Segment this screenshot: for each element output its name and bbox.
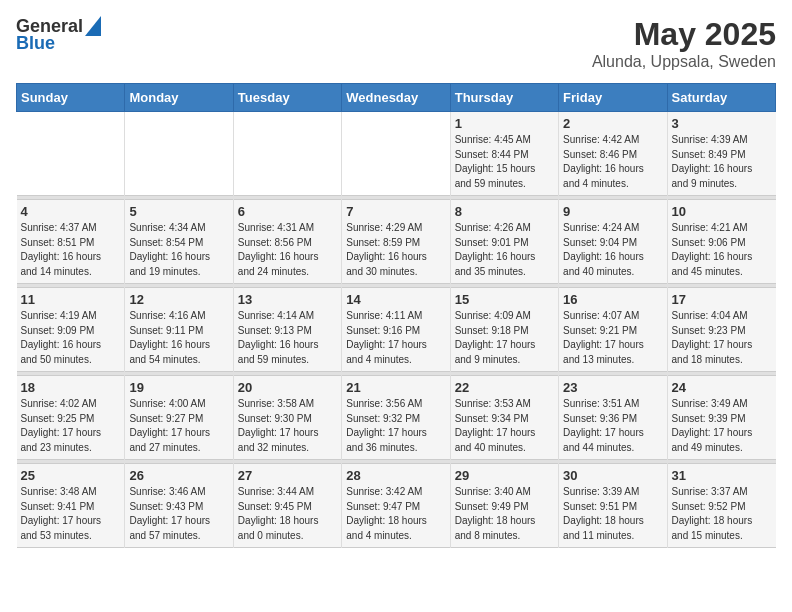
- day-number: 28: [346, 468, 445, 483]
- day-number: 18: [21, 380, 121, 395]
- calendar-cell: 19Sunrise: 4:00 AM Sunset: 9:27 PM Dayli…: [125, 376, 233, 460]
- calendar-header-row: SundayMondayTuesdayWednesdayThursdayFrid…: [17, 84, 776, 112]
- calendar-cell: [233, 112, 341, 196]
- header-thursday: Thursday: [450, 84, 558, 112]
- day-info: Sunrise: 4:39 AM Sunset: 8:49 PM Dayligh…: [672, 133, 772, 191]
- day-number: 20: [238, 380, 337, 395]
- day-info: Sunrise: 3:56 AM Sunset: 9:32 PM Dayligh…: [346, 397, 445, 455]
- day-number: 31: [672, 468, 772, 483]
- day-info: Sunrise: 4:19 AM Sunset: 9:09 PM Dayligh…: [21, 309, 121, 367]
- calendar-week-row: 4Sunrise: 4:37 AM Sunset: 8:51 PM Daylig…: [17, 200, 776, 284]
- calendar-cell: 3Sunrise: 4:39 AM Sunset: 8:49 PM Daylig…: [667, 112, 775, 196]
- day-info: Sunrise: 4:34 AM Sunset: 8:54 PM Dayligh…: [129, 221, 228, 279]
- calendar-cell: 4Sunrise: 4:37 AM Sunset: 8:51 PM Daylig…: [17, 200, 125, 284]
- day-info: Sunrise: 3:58 AM Sunset: 9:30 PM Dayligh…: [238, 397, 337, 455]
- header-wednesday: Wednesday: [342, 84, 450, 112]
- calendar-cell: 16Sunrise: 4:07 AM Sunset: 9:21 PM Dayli…: [559, 288, 667, 372]
- day-info: Sunrise: 3:48 AM Sunset: 9:41 PM Dayligh…: [21, 485, 121, 543]
- header-sunday: Sunday: [17, 84, 125, 112]
- calendar-cell: [17, 112, 125, 196]
- day-info: Sunrise: 4:09 AM Sunset: 9:18 PM Dayligh…: [455, 309, 554, 367]
- day-number: 1: [455, 116, 554, 131]
- day-number: 5: [129, 204, 228, 219]
- day-number: 8: [455, 204, 554, 219]
- day-number: 10: [672, 204, 772, 219]
- page-subtitle: Alunda, Uppsala, Sweden: [592, 53, 776, 71]
- calendar-cell: 30Sunrise: 3:39 AM Sunset: 9:51 PM Dayli…: [559, 464, 667, 548]
- day-number: 17: [672, 292, 772, 307]
- day-info: Sunrise: 4:14 AM Sunset: 9:13 PM Dayligh…: [238, 309, 337, 367]
- day-number: 15: [455, 292, 554, 307]
- calendar-cell: 26Sunrise: 3:46 AM Sunset: 9:43 PM Dayli…: [125, 464, 233, 548]
- logo-text-blue: Blue: [16, 33, 55, 54]
- day-info: Sunrise: 4:29 AM Sunset: 8:59 PM Dayligh…: [346, 221, 445, 279]
- day-number: 25: [21, 468, 121, 483]
- day-info: Sunrise: 3:53 AM Sunset: 9:34 PM Dayligh…: [455, 397, 554, 455]
- calendar-cell: 29Sunrise: 3:40 AM Sunset: 9:49 PM Dayli…: [450, 464, 558, 548]
- day-info: Sunrise: 4:31 AM Sunset: 8:56 PM Dayligh…: [238, 221, 337, 279]
- day-number: 3: [672, 116, 772, 131]
- calendar-cell: 2Sunrise: 4:42 AM Sunset: 8:46 PM Daylig…: [559, 112, 667, 196]
- header-saturday: Saturday: [667, 84, 775, 112]
- day-number: 14: [346, 292, 445, 307]
- header-friday: Friday: [559, 84, 667, 112]
- calendar-week-row: 1Sunrise: 4:45 AM Sunset: 8:44 PM Daylig…: [17, 112, 776, 196]
- calendar-cell: 22Sunrise: 3:53 AM Sunset: 9:34 PM Dayli…: [450, 376, 558, 460]
- calendar-cell: [125, 112, 233, 196]
- calendar-cell: 8Sunrise: 4:26 AM Sunset: 9:01 PM Daylig…: [450, 200, 558, 284]
- day-info: Sunrise: 4:07 AM Sunset: 9:21 PM Dayligh…: [563, 309, 662, 367]
- day-info: Sunrise: 4:04 AM Sunset: 9:23 PM Dayligh…: [672, 309, 772, 367]
- calendar-cell: 7Sunrise: 4:29 AM Sunset: 8:59 PM Daylig…: [342, 200, 450, 284]
- logo-triangle-icon: [85, 16, 101, 36]
- page-title: May 2025: [592, 16, 776, 53]
- day-info: Sunrise: 4:42 AM Sunset: 8:46 PM Dayligh…: [563, 133, 662, 191]
- calendar-cell: 18Sunrise: 4:02 AM Sunset: 9:25 PM Dayli…: [17, 376, 125, 460]
- calendar-cell: 28Sunrise: 3:42 AM Sunset: 9:47 PM Dayli…: [342, 464, 450, 548]
- calendar-cell: 12Sunrise: 4:16 AM Sunset: 9:11 PM Dayli…: [125, 288, 233, 372]
- calendar-cell: 6Sunrise: 4:31 AM Sunset: 8:56 PM Daylig…: [233, 200, 341, 284]
- calendar-cell: 31Sunrise: 3:37 AM Sunset: 9:52 PM Dayli…: [667, 464, 775, 548]
- header-monday: Monday: [125, 84, 233, 112]
- calendar-cell: 17Sunrise: 4:04 AM Sunset: 9:23 PM Dayli…: [667, 288, 775, 372]
- day-info: Sunrise: 3:51 AM Sunset: 9:36 PM Dayligh…: [563, 397, 662, 455]
- title-block: May 2025 Alunda, Uppsala, Sweden: [592, 16, 776, 71]
- day-info: Sunrise: 4:45 AM Sunset: 8:44 PM Dayligh…: [455, 133, 554, 191]
- day-info: Sunrise: 4:37 AM Sunset: 8:51 PM Dayligh…: [21, 221, 121, 279]
- svg-marker-0: [85, 16, 101, 36]
- day-number: 21: [346, 380, 445, 395]
- day-info: Sunrise: 3:40 AM Sunset: 9:49 PM Dayligh…: [455, 485, 554, 543]
- day-info: Sunrise: 3:49 AM Sunset: 9:39 PM Dayligh…: [672, 397, 772, 455]
- day-number: 23: [563, 380, 662, 395]
- day-number: 24: [672, 380, 772, 395]
- calendar-cell: 9Sunrise: 4:24 AM Sunset: 9:04 PM Daylig…: [559, 200, 667, 284]
- calendar-cell: 14Sunrise: 4:11 AM Sunset: 9:16 PM Dayli…: [342, 288, 450, 372]
- calendar-table: SundayMondayTuesdayWednesdayThursdayFrid…: [16, 83, 776, 548]
- calendar-cell: 5Sunrise: 4:34 AM Sunset: 8:54 PM Daylig…: [125, 200, 233, 284]
- calendar-cell: 27Sunrise: 3:44 AM Sunset: 9:45 PM Dayli…: [233, 464, 341, 548]
- day-number: 11: [21, 292, 121, 307]
- day-info: Sunrise: 4:26 AM Sunset: 9:01 PM Dayligh…: [455, 221, 554, 279]
- day-info: Sunrise: 4:00 AM Sunset: 9:27 PM Dayligh…: [129, 397, 228, 455]
- day-info: Sunrise: 4:24 AM Sunset: 9:04 PM Dayligh…: [563, 221, 662, 279]
- calendar-cell: 10Sunrise: 4:21 AM Sunset: 9:06 PM Dayli…: [667, 200, 775, 284]
- day-number: 4: [21, 204, 121, 219]
- day-number: 16: [563, 292, 662, 307]
- logo: General Blue: [16, 16, 101, 54]
- day-info: Sunrise: 3:37 AM Sunset: 9:52 PM Dayligh…: [672, 485, 772, 543]
- day-info: Sunrise: 3:39 AM Sunset: 9:51 PM Dayligh…: [563, 485, 662, 543]
- calendar-cell: 23Sunrise: 3:51 AM Sunset: 9:36 PM Dayli…: [559, 376, 667, 460]
- calendar-week-row: 25Sunrise: 3:48 AM Sunset: 9:41 PM Dayli…: [17, 464, 776, 548]
- day-info: Sunrise: 3:44 AM Sunset: 9:45 PM Dayligh…: [238, 485, 337, 543]
- calendar-cell: 1Sunrise: 4:45 AM Sunset: 8:44 PM Daylig…: [450, 112, 558, 196]
- day-number: 7: [346, 204, 445, 219]
- calendar-week-row: 11Sunrise: 4:19 AM Sunset: 9:09 PM Dayli…: [17, 288, 776, 372]
- page-header: General Blue May 2025 Alunda, Uppsala, S…: [16, 16, 776, 71]
- day-number: 29: [455, 468, 554, 483]
- day-number: 30: [563, 468, 662, 483]
- day-number: 26: [129, 468, 228, 483]
- day-number: 22: [455, 380, 554, 395]
- day-info: Sunrise: 4:21 AM Sunset: 9:06 PM Dayligh…: [672, 221, 772, 279]
- day-number: 13: [238, 292, 337, 307]
- calendar-cell: 25Sunrise: 3:48 AM Sunset: 9:41 PM Dayli…: [17, 464, 125, 548]
- day-info: Sunrise: 4:11 AM Sunset: 9:16 PM Dayligh…: [346, 309, 445, 367]
